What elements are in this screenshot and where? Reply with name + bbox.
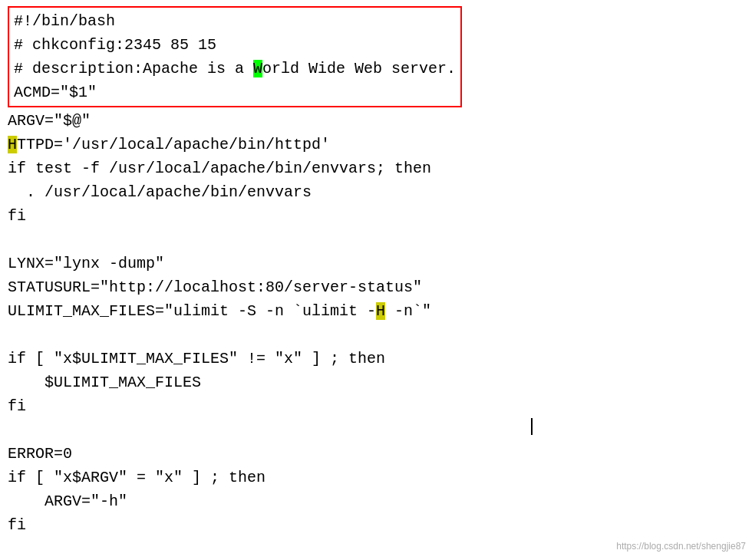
line-lynx: LYNX="lynx -dump" bbox=[8, 252, 744, 275]
line-fi2: fi bbox=[8, 394, 744, 418]
line-if1: if test -f /usr/local/apache/bin/envvars… bbox=[8, 156, 744, 180]
code-container: #!/bin/bash # chkconfig:2345 85 15 # des… bbox=[0, 0, 752, 543]
line-ulimitcmd: $ULIMIT_MAX_FILES bbox=[8, 371, 744, 394]
line-blank1 bbox=[8, 228, 744, 252]
line-if2: if [ "x$ULIMIT_MAX_FILES" != "x" ] ; the… bbox=[8, 347, 744, 371]
highlight-httpd-h: H bbox=[8, 136, 17, 153]
line-chkconfig: # chkconfig:2345 85 15 bbox=[14, 33, 456, 57]
line-description: # description:Apache is a World Wide Web… bbox=[14, 57, 456, 81]
line-blank2 bbox=[8, 323, 744, 347]
line-argvcmd: ARGV="-h" bbox=[8, 489, 744, 513]
line-fi3: fi bbox=[8, 513, 744, 537]
line-source: . /usr/local/apache/bin/envvars bbox=[8, 180, 744, 204]
line-httpd: HTTPD='/usr/local/apache/bin/httpd' bbox=[8, 133, 744, 156]
line-error: ERROR=0 bbox=[8, 442, 744, 466]
line-if3: if [ "x$ARGV" = "x" ] ; then bbox=[8, 466, 744, 489]
watermark: https://blog.csdn.net/shengjie87 bbox=[616, 539, 746, 554]
red-bordered-section: #!/bin/bash # chkconfig:2345 85 15 # des… bbox=[8, 6, 462, 107]
line-statusurl: STATUSURL="http://localhost:80/server-st… bbox=[8, 275, 744, 299]
highlight-ulimit-h: H bbox=[376, 302, 385, 320]
line-acmd: ACMD="$1" bbox=[14, 81, 456, 104]
highlight-world: W bbox=[253, 60, 262, 77]
line-shebang: #!/bin/bash bbox=[14, 9, 456, 33]
line-ulimit: ULIMIT_MAX_FILES="ulimit -S -n `ulimit -… bbox=[8, 299, 744, 323]
text-cursor bbox=[531, 418, 533, 435]
line-argv: ARGV="$@" bbox=[8, 109, 744, 133]
line-fi1: fi bbox=[8, 204, 744, 228]
line-blank3 bbox=[8, 418, 744, 442]
